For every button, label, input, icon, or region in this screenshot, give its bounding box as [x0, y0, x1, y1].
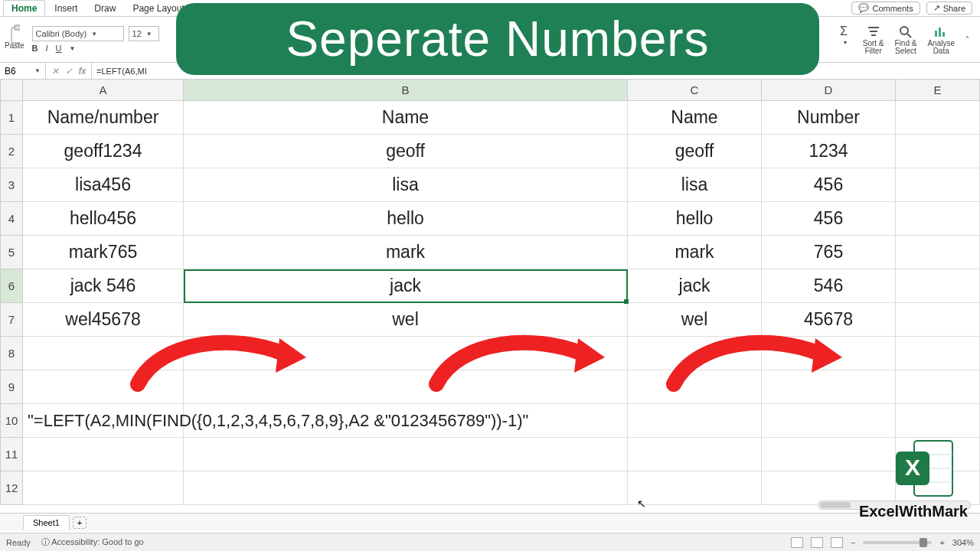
- row-header[interactable]: 5: [0, 236, 23, 269]
- collapse-ribbon-icon[interactable]: ˄: [965, 35, 969, 44]
- font-name-select[interactable]: Calibri (Body)▼: [32, 26, 124, 41]
- sort-filter-button[interactable]: Sort & Filter: [863, 24, 884, 55]
- cell[interactable]: [762, 438, 896, 471]
- cell[interactable]: [896, 202, 980, 236]
- cell[interactable]: [184, 438, 628, 471]
- name-box[interactable]: B6 ▼: [0, 63, 46, 79]
- svg-text:Σ: Σ: [840, 24, 848, 37]
- underline-button[interactable]: U: [56, 44, 62, 53]
- row-header[interactable]: 6: [0, 269, 23, 303]
- cell[interactable]: [896, 404, 980, 438]
- view-page-layout-button[interactable]: [811, 537, 823, 548]
- zoom-slider[interactable]: [863, 541, 932, 544]
- zoom-out-button[interactable]: −: [851, 538, 855, 547]
- zoom-level[interactable]: 304%: [952, 538, 974, 547]
- share-button[interactable]: ↗ Share: [926, 2, 972, 15]
- fx-icon[interactable]: fx: [79, 66, 86, 77]
- cell[interactable]: [184, 404, 628, 438]
- find-select-button[interactable]: Find & Select: [895, 24, 917, 55]
- cell[interactable]: Number: [762, 101, 896, 135]
- paste-button[interactable]: Paste: [5, 29, 24, 50]
- cell[interactable]: 546: [762, 269, 896, 303]
- row-header[interactable]: 11: [0, 438, 23, 471]
- cell[interactable]: [896, 337, 980, 370]
- italic-button[interactable]: I: [46, 44, 48, 53]
- col-header-A[interactable]: A: [23, 80, 184, 101]
- cell[interactable]: jack: [628, 269, 762, 303]
- cell[interactable]: [896, 101, 980, 135]
- row-header[interactable]: 4: [0, 202, 23, 236]
- bold-button[interactable]: B: [32, 44, 38, 53]
- cell[interactable]: [628, 438, 762, 471]
- comments-button[interactable]: 💬 Comments: [851, 2, 920, 15]
- cell[interactable]: "=LEFT(A2,MIN(FIND({0,1,2,3,4,5,6,7,8,9}…: [23, 404, 184, 438]
- cell[interactable]: [896, 269, 980, 303]
- cell[interactable]: [896, 135, 980, 168]
- cancel-icon[interactable]: ✕: [51, 66, 59, 77]
- cell[interactable]: Name: [184, 101, 628, 135]
- cell[interactable]: 456: [762, 168, 896, 202]
- cell[interactable]: mark: [184, 236, 628, 269]
- cell[interactable]: [628, 404, 762, 438]
- cell[interactable]: [896, 236, 980, 269]
- cell[interactable]: mark: [628, 236, 762, 269]
- cell[interactable]: 765: [762, 236, 896, 269]
- cell[interactable]: hello: [184, 202, 628, 236]
- col-header-B[interactable]: B: [184, 80, 628, 101]
- cell[interactable]: geoff: [628, 135, 762, 168]
- row-header[interactable]: 9: [0, 370, 23, 404]
- tab-insert[interactable]: Insert: [47, 1, 85, 15]
- cell[interactable]: lisa456: [23, 168, 184, 202]
- font-size-value: 12: [132, 29, 142, 38]
- svg-marker-8: [276, 338, 306, 373]
- cell[interactable]: 456: [762, 202, 896, 236]
- col-header-C[interactable]: C: [628, 80, 762, 101]
- select-all-corner[interactable]: [0, 80, 23, 101]
- col-header-D[interactable]: D: [762, 80, 896, 101]
- row-header[interactable]: 1: [0, 101, 23, 135]
- autosum-button[interactable]: Σ ▾: [838, 24, 852, 46]
- sheet-tabs: Sheet1 +: [0, 513, 980, 531]
- cell[interactable]: [184, 471, 628, 505]
- row-header[interactable]: 7: [0, 303, 23, 337]
- status-ready: Ready: [6, 538, 31, 547]
- sheet-tab[interactable]: Sheet1: [23, 515, 70, 530]
- row-header[interactable]: 12: [0, 471, 23, 505]
- cell[interactable]: [762, 404, 896, 438]
- cell-selected[interactable]: jack: [184, 269, 628, 303]
- row-header[interactable]: 10: [0, 404, 23, 438]
- cell[interactable]: [896, 303, 980, 337]
- cell[interactable]: [896, 370, 980, 404]
- cell[interactable]: lisa: [628, 168, 762, 202]
- cell[interactable]: Name/number: [23, 101, 184, 135]
- chevron-down-icon[interactable]: ▼: [70, 45, 76, 52]
- cell[interactable]: [896, 168, 980, 202]
- zoom-in-button[interactable]: +: [939, 538, 944, 547]
- font-size-select[interactable]: 12▼: [129, 26, 159, 41]
- view-page-break-button[interactable]: [831, 537, 843, 548]
- cell[interactable]: [628, 471, 762, 505]
- cell[interactable]: jack 546: [23, 269, 184, 303]
- row-header[interactable]: 3: [0, 168, 23, 202]
- cell[interactable]: geoff: [184, 135, 628, 168]
- cell[interactable]: mark765: [23, 236, 184, 269]
- cell[interactable]: [23, 471, 184, 505]
- view-normal-button[interactable]: [791, 537, 803, 548]
- row-header[interactable]: 2: [0, 135, 23, 168]
- tab-home[interactable]: Home: [3, 0, 45, 16]
- col-header-E[interactable]: E: [896, 80, 980, 101]
- confirm-icon[interactable]: ✓: [65, 66, 73, 77]
- cell[interactable]: geoff1234: [23, 135, 184, 168]
- add-sheet-button[interactable]: +: [73, 517, 87, 529]
- row-header[interactable]: 8: [0, 337, 23, 370]
- cell[interactable]: hello456: [23, 202, 184, 236]
- cell[interactable]: hello: [628, 202, 762, 236]
- cell[interactable]: lisa: [184, 168, 628, 202]
- cell[interactable]: 1234: [762, 135, 896, 168]
- cell[interactable]: Name: [628, 101, 762, 135]
- formula-input[interactable]: =LEFT(A6,MI: [92, 67, 152, 76]
- tab-draw[interactable]: Draw: [87, 1, 123, 15]
- analyse-data-button[interactable]: Analyse Data: [927, 24, 955, 55]
- svg-line-4: [907, 34, 911, 37]
- cell[interactable]: [23, 438, 184, 471]
